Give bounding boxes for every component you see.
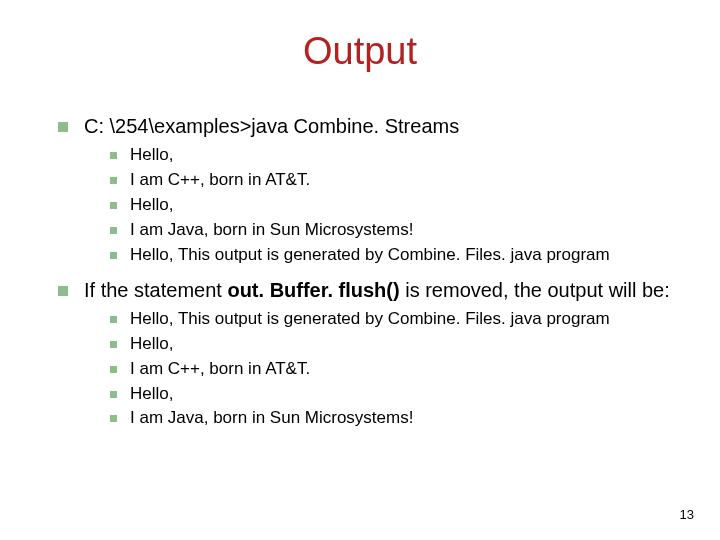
page-number: 13 (680, 507, 694, 522)
bullet-item: If the statement out. Buffer. flush() is… (58, 277, 680, 431)
bullet-text-suffix: is removed, the output will be: (400, 279, 670, 301)
sub-bullet-item: Hello, This output is generated by Combi… (110, 308, 680, 331)
bullet-text-bold: out. Buffer. flush() (227, 279, 399, 301)
sub-bullet-item: Hello, (110, 144, 680, 167)
bullet-list-level2: Hello, This output is generated by Combi… (110, 308, 680, 431)
slide-content: C: \254\examples>java Combine. Streams H… (0, 113, 720, 430)
sub-bullet-item: I am C++, born in AT&T. (110, 358, 680, 381)
bullet-text-prefix: If the statement (84, 279, 227, 301)
sub-bullet-item: I am Java, born in Sun Microsystems! (110, 219, 680, 242)
sub-bullet-item: Hello, This output is generated by Combi… (110, 244, 680, 267)
bullet-item: C: \254\examples>java Combine. Streams H… (58, 113, 680, 267)
sub-bullet-item: Hello, (110, 194, 680, 217)
bullet-list-level2: Hello, I am C++, born in AT&T. Hello, I … (110, 144, 680, 267)
slide-title: Output (0, 30, 720, 73)
sub-bullet-item: I am C++, born in AT&T. (110, 169, 680, 192)
bullet-text: C: \254\examples>java Combine. Streams (84, 115, 459, 137)
bullet-list-level1: C: \254\examples>java Combine. Streams H… (58, 113, 680, 430)
sub-bullet-item: Hello, (110, 333, 680, 356)
sub-bullet-item: I am Java, born in Sun Microsystems! (110, 407, 680, 430)
sub-bullet-item: Hello, (110, 383, 680, 406)
